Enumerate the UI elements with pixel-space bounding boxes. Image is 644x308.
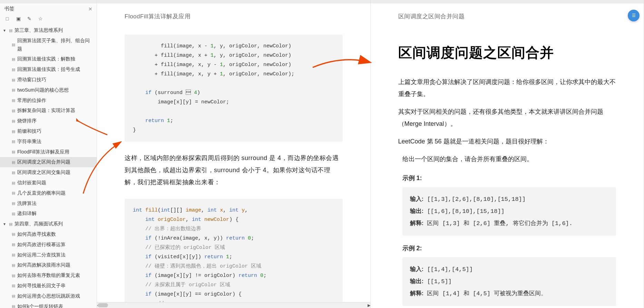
tool-icon-2[interactable]: ▣ — [15, 16, 21, 22]
code-block-1: fill(image, x - 1, y, origColor, newColo… — [125, 35, 343, 142]
close-icon[interactable]: ✕ — [88, 6, 92, 12]
tree-section[interactable]: ▾▤第三章、算法思维系列 — [0, 25, 97, 36]
tree-section[interactable]: ▾▤第四章、高频面试系列 — [0, 219, 97, 229]
tree-item[interactable]: ▤区间调度之区间合并问题 — [0, 157, 97, 167]
sidebar: 书签 ✕ □ ▣ ✎ ☆ ▾▤第三章、算法思维系列▤回溯算法团灭子集、排列、组合… — [0, 0, 97, 308]
tree-item[interactable]: ▤拆解复杂问题：实现计算器 — [0, 105, 97, 116]
tool-icon-4[interactable]: ☆ — [37, 16, 43, 22]
bookmark-tree: ▾▤第三章、算法思维系列▤回溯算法团灭子集、排列、组合问题▤回溯算法最佳实践：解… — [0, 25, 97, 308]
tree-item[interactable]: ▤洗牌算法 — [0, 198, 97, 209]
tree-item[interactable]: ▤如何去除有序数组的重复元素 — [0, 270, 97, 281]
tree-item[interactable]: ▤字符串乘法 — [0, 137, 97, 147]
tree-item[interactable]: ▤信封嵌套问题 — [0, 178, 97, 188]
tree-item[interactable]: ▤回溯算法最佳实践：括号生成 — [0, 64, 97, 75]
left-pane: FloodFill算法详解及应用 fill(image, x - 1, y, o… — [97, 0, 371, 308]
float-badge-icon[interactable]: ☰ — [628, 10, 640, 21]
right-pane: 区间调度之区间合并问题 区间调度问题之区间合并 上篇文章用贪心算法解决了区间调度… — [371, 0, 644, 308]
article-p3: LeetCode 第 56 题就是一道相关问题，题目很好理解： — [398, 136, 616, 148]
sidebar-toolbar: □ ▣ ✎ ☆ — [0, 14, 97, 25]
tree-item[interactable]: ▤烧饼排序 — [0, 116, 97, 126]
tree-item[interactable]: ▤回溯算法团灭子集、排列、组合问题 — [0, 36, 97, 54]
example-2-block: 输入: [[1,4],[4,5]] 输出: [[1,5]] 解释: 区间 [1,… — [402, 257, 616, 306]
tree-item[interactable]: ▤FloodFill算法详解及应用 — [0, 147, 97, 157]
tree-item[interactable]: ▤如何寻找最长回文子串 — [0, 281, 97, 291]
sidebar-title: 书签 — [4, 6, 14, 12]
tree-item[interactable]: ▤twoSum问题的核心思想 — [0, 85, 97, 95]
tree-item[interactable]: ▤几个反直觉的概率问题 — [0, 188, 97, 198]
tree-item[interactable]: ▤如何高效寻找素数 — [0, 229, 97, 240]
horizontal-scrollbar[interactable]: ◀ ▶ — [97, 302, 370, 308]
code-block-2: int fill(int[][] image, int x, int y, in… — [125, 199, 343, 308]
tree-item[interactable]: ▤常用的位操作 — [0, 95, 97, 106]
tree-item[interactable]: ▤回溯算法最佳实践：解数独 — [0, 54, 97, 64]
example-1-label: 示例 1: — [402, 174, 616, 182]
example-2-label: 示例 2: — [402, 244, 616, 252]
tree-item[interactable]: ▤如何高效进行模幂运算 — [0, 240, 97, 250]
example-1-block: 输入: [[1,3],[2,6],[8,10],[15,18]] 输出: [[1… — [402, 187, 616, 236]
tool-icon-3[interactable]: ✎ — [26, 16, 32, 22]
tree-item[interactable]: ▤如何k个一组反转链表 — [0, 301, 97, 308]
article-p2: 其实对于区间相关的问题，还有很多其他类型，本文就来讲讲区间合并问题（Merge … — [398, 106, 616, 130]
paragraph-1: 这样，区域内部的坐标探索四周后得到的 surround 是 4，而边界的坐标会遇… — [125, 152, 343, 188]
scroll-thumb[interactable] — [98, 303, 108, 307]
article-p1: 上篇文章用贪心算法解决了区间调度问题：给你很多区间，让你求其中的最大不重叠子集。 — [398, 76, 616, 100]
problem-prompt: 给出一个区间的集合，请合并所有重叠的区间。 — [402, 153, 616, 165]
scroll-right-icon[interactable]: ▶ — [366, 302, 371, 308]
tree-item[interactable]: ▤如何运用贪心思想玩跳跃游戏 — [0, 291, 97, 301]
tree-item[interactable]: ▤滑动窗口技巧 — [0, 75, 97, 85]
tree-item[interactable]: ▤区间调度之区间交集问题 — [0, 167, 97, 178]
tree-item[interactable]: ▤如何高效解决接雨水问题 — [0, 260, 97, 270]
left-pane-header: FloodFill算法详解及应用 — [97, 3, 370, 29]
tool-icon-1[interactable]: □ — [4, 16, 10, 22]
article-title: 区间调度问题之区间合并 — [398, 43, 616, 62]
tree-item[interactable]: ▤前缀和技巧 — [0, 126, 97, 137]
tree-item[interactable]: ▤如何运用二分查找算法 — [0, 250, 97, 260]
tree-item[interactable]: ▤递归详解 — [0, 208, 97, 219]
right-pane-header: 区间调度之区间合并问题 — [371, 3, 644, 29]
